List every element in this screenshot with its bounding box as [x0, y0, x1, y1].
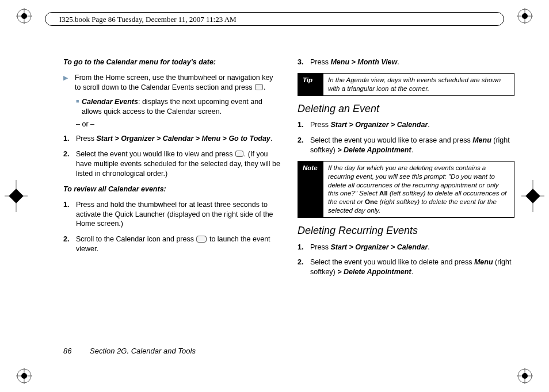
sub-bullet: ■ Calendar Events: displays the next upc…: [76, 97, 280, 117]
ordered-list: 1. Press Start > Organizer > Calendar > …: [63, 134, 280, 179]
label: Calendar Events: [82, 98, 138, 106]
list-item: 3. Press Menu > Month View.: [298, 57, 514, 67]
svg-rect-8: [9, 189, 23, 203]
page-footer: 86 Section 2G. Calendar and Tools: [63, 347, 196, 355]
tip-callout: Tip In the Agenda view, days with events…: [298, 73, 514, 96]
list-number: 2.: [298, 136, 310, 155]
ok-key-icon: [255, 84, 263, 90]
list-item: 2. Scroll to the Calendar icon and press…: [63, 235, 280, 254]
b: Menu: [472, 136, 491, 144]
note-label: Note: [298, 162, 323, 218]
instr-heading: To go to the Calendar menu for today's d…: [63, 57, 280, 67]
text: .: [264, 83, 265, 91]
t: .: [428, 243, 429, 251]
list-number: 2.: [63, 235, 76, 254]
t: Select the event you would like to view …: [76, 150, 235, 158]
section-heading: Deleting Recurring Events: [298, 224, 514, 237]
crop-mark-top-right: [513, 5, 536, 28]
sub-text: Calendar Events: displays the next upcom…: [82, 97, 280, 117]
t: .: [411, 268, 413, 276]
list-item: 1. Press Start > Organizer > Calendar > …: [63, 134, 280, 144]
arrow-text: From the Home screen, use the thumbwheel…: [75, 73, 280, 93]
b: > Delete Appointment: [337, 146, 411, 154]
tip-label: Tip: [298, 74, 323, 95]
left-column: To go to the Calendar menu for today's d…: [63, 57, 280, 335]
t: Scroll to the Calendar icon and press: [76, 235, 196, 243]
svg-point-1: [21, 13, 27, 19]
text: Press Menu > Month View.: [310, 57, 399, 67]
ordered-list-cont: 3. Press Menu > Month View.: [298, 57, 514, 67]
b: Menu: [474, 258, 493, 266]
t: .: [270, 134, 272, 143]
ok-key-icon: [235, 151, 243, 157]
path: Start > Organizer > Calendar > Menu > Go…: [96, 134, 270, 143]
path: Menu > Month View: [330, 58, 397, 66]
text: Press Start > Organizer > Calendar.: [310, 120, 430, 130]
b: All: [379, 190, 388, 197]
t: .: [411, 146, 413, 154]
right-column: 3. Press Menu > Month View. Tip In the A…: [298, 57, 514, 335]
text: From the Home screen, use the thumbwheel…: [75, 74, 273, 91]
list-item: 1. Press and hold the thumbwheel for at …: [63, 200, 280, 229]
ordered-list: 1. Press Start > Organizer > Calendar. 2…: [298, 120, 514, 155]
page-header: I325.book Page 86 Tuesday, December 11, …: [45, 12, 504, 26]
list-item: 2. Select the event you would like to vi…: [63, 149, 280, 179]
list-number: 1.: [298, 243, 310, 252]
text: Select the event you would like to view …: [76, 149, 280, 179]
crop-mark-mid-right: [516, 179, 544, 213]
list-number: 1.: [63, 134, 76, 144]
text: Press Start > Organizer > Calendar > Men…: [76, 134, 272, 144]
list-item: 2. Select the event you would like to de…: [298, 258, 514, 277]
ordered-list: 1. Press Start > Organizer > Calendar. 2…: [298, 243, 514, 278]
text: Press and hold the thumbwheel for at lea…: [76, 200, 280, 229]
t: .: [428, 121, 429, 129]
svg-point-3: [522, 13, 528, 19]
text: Scroll to the Calendar icon and press to…: [76, 235, 280, 254]
crop-mark-bottom-right: [513, 364, 536, 387]
square-icon: ■: [76, 97, 82, 117]
t: Press: [310, 243, 330, 251]
list-number: 2.: [298, 258, 310, 277]
list-number: 2.: [63, 149, 76, 179]
b: One: [365, 198, 378, 205]
tip-text: In the Agenda view, days with events sch…: [323, 74, 514, 95]
svg-point-5: [21, 373, 27, 379]
section-heading: Deleting an Event: [298, 102, 514, 116]
list-item: 2. Select the event you would like to er…: [298, 136, 514, 155]
crop-mark-bottom-left: [13, 364, 36, 387]
t: Select the event you would like to erase…: [310, 136, 472, 144]
list-item: 1. Press Start > Organizer > Calendar.: [298, 120, 514, 130]
note-text: If the day for which you are deleting ev…: [323, 162, 514, 218]
path: Start > Organizer > Calendar: [330, 121, 428, 129]
t: Press: [310, 58, 330, 66]
t: .: [397, 58, 399, 66]
crop-mark-top-left: [13, 5, 36, 28]
section-name: Section 2G. Calendar and Tools: [90, 347, 196, 355]
t: Press: [310, 121, 330, 129]
text: Select the event you would like to erase…: [310, 136, 514, 155]
header-text: I325.book Page 86 Tuesday, December 11, …: [59, 15, 237, 24]
text: Press Start > Organizer > Calendar.: [310, 243, 430, 252]
page-body: To go to the Calendar menu for today's d…: [63, 57, 514, 335]
ok-key-icon: [196, 236, 207, 243]
or-separator: – or –: [76, 120, 280, 129]
crop-mark-mid-left: [5, 179, 33, 213]
instr-heading: To review all Calendar events:: [63, 185, 280, 194]
arrow-step: ▶ From the Home screen, use the thumbwhe…: [63, 73, 280, 93]
list-item: 1. Press Start > Organizer > Calendar.: [298, 243, 514, 252]
t: Press: [76, 134, 96, 143]
list-number: 3.: [298, 57, 310, 67]
list-number: 1.: [298, 120, 310, 130]
svg-point-7: [522, 373, 528, 379]
text: Select the event you would like to delet…: [310, 258, 514, 277]
b: > Delete Appointment: [337, 268, 411, 276]
page-number: 86: [63, 347, 71, 355]
note-callout: Note If the day for which you are deleti…: [298, 161, 514, 218]
list-number: 1.: [63, 200, 76, 229]
t: Select the event you would like to delet…: [310, 258, 474, 266]
ordered-list: 1. Press and hold the thumbwheel for at …: [63, 200, 280, 254]
svg-rect-9: [525, 189, 540, 203]
path: Start > Organizer > Calendar: [330, 243, 428, 251]
arrow-icon: ▶: [63, 73, 75, 93]
